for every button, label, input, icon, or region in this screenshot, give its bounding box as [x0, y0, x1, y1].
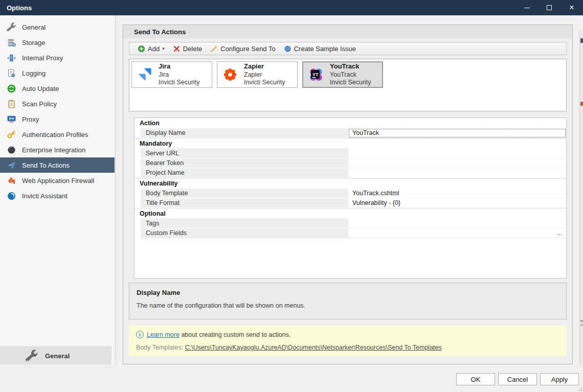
sidebar-item-scan-policy[interactable]: Scan Policy [0, 96, 115, 111]
property-value-bearer-token[interactable] [348, 158, 566, 168]
property-label[interactable]: Custom Fields [141, 228, 348, 238]
internal-proxy-icon [7, 53, 16, 63]
sidebar-item-label: General [22, 24, 46, 31]
sidebar-item-label: Authentication Profiles [22, 131, 88, 139]
sidebar-item-invicti-assistant[interactable]: Invicti Assistant [0, 188, 115, 203]
sidebar-item-storage[interactable]: Storage [0, 35, 115, 50]
key-icon [7, 130, 16, 140]
sidebar-item-label: Logging [22, 70, 46, 77]
add-label: Add [148, 45, 160, 53]
body-templates-path-link[interactable]: C:\Users\TuncayKayaoglu.AzureAD\Document… [185, 344, 442, 351]
sidebar: General Storage Internal Proxy Logging A… [0, 15, 116, 364]
body-templates-label: Body Templates: [136, 344, 183, 351]
ok-button[interactable]: OK [456, 373, 495, 385]
property-group-vulnerability: Vulnerability [134, 178, 566, 189]
jira-logo-icon [135, 65, 154, 84]
property-grid: Action Display Name YouTrack Mandatory S… [134, 118, 567, 279]
configure-send-to-button[interactable]: Configure Send To [206, 43, 279, 54]
delete-button[interactable]: Delete [169, 43, 207, 54]
send-to-actions-groupbox: Send To Actions Add ▾ Delete Configure S… [123, 25, 573, 364]
property-label[interactable]: Body Template [141, 189, 348, 198]
storage-icon [7, 38, 16, 48]
resize-grip[interactable] [577, 386, 582, 391]
property-label[interactable]: Bearer Token [141, 158, 348, 168]
close-icon: × [569, 4, 574, 12]
dialog-content: General Storage Internal Proxy Logging A… [0, 15, 579, 364]
sidebar-item-enterprise-integration[interactable]: Enterprise Integration [0, 142, 115, 157]
card-title: YouTrack [330, 62, 371, 71]
auto-update-icon [7, 84, 16, 94]
logging-icon [7, 68, 16, 78]
property-label[interactable]: Display Name [141, 128, 348, 138]
property-value-server-url[interactable] [348, 148, 566, 158]
property-label[interactable]: Title Format [141, 198, 348, 208]
card-vendor: Invicti Security [330, 79, 371, 87]
learn-more-link[interactable]: Learn more [147, 331, 180, 338]
sidebar-item-authentication-profiles[interactable]: Authentication Profiles [0, 127, 115, 142]
maximize-button[interactable] [538, 0, 560, 15]
card-vendor: Invicti Security [159, 79, 200, 87]
card-subtitle: Jira [159, 71, 200, 79]
property-group-action: Action [134, 118, 566, 128]
add-button[interactable]: Add ▾ [133, 43, 169, 54]
sidebar-item-proxy[interactable]: Proxy [0, 111, 115, 127]
action-card-youtrack[interactable]: YT YouTrack YouTrack Invicti Security [302, 61, 383, 88]
toolbar: Add ▾ Delete Configure Send To Create Sa… [129, 42, 567, 55]
action-card-zapier[interactable]: Zapier Zapier Invicti Security [217, 61, 298, 88]
sidebar-item-auto-update[interactable]: Auto Update [0, 81, 115, 96]
sidebar-item-general[interactable]: General [0, 19, 115, 35]
sidebar-item-label: Enterprise Integration [22, 146, 85, 154]
property-label[interactable]: Tags [141, 218, 348, 228]
sidebar-item-logging[interactable]: Logging [0, 65, 115, 81]
description-text: The name of the configuration that will … [137, 302, 559, 309]
sidebar-footer-label: General [45, 352, 70, 360]
custom-fields-ellipsis-button[interactable]: … [556, 229, 563, 237]
sidebar-footer-general: General [0, 347, 111, 364]
property-row-server-url[interactable]: Server URL [134, 148, 566, 158]
property-row-title-format[interactable]: Title Format Vulnerability - {0} [134, 198, 566, 208]
info-text-rest: about creating custom send to actions. [180, 331, 291, 338]
sidebar-item-send-to-actions[interactable]: Send To Actions [0, 157, 115, 173]
sidebar-item-label: Storage [22, 39, 46, 47]
wand-icon [210, 45, 218, 53]
property-row-body-template[interactable]: Body Template YouTrack.cshtml [134, 189, 566, 198]
minimize-button[interactable] [515, 0, 538, 15]
property-row-bearer-token[interactable]: Bearer Token [134, 158, 566, 168]
property-group-mandatory: Mandatory [134, 138, 566, 148]
add-icon [138, 45, 145, 53]
property-value-project-name[interactable] [348, 168, 566, 178]
property-value-display-name[interactable]: YouTrack [348, 128, 566, 138]
property-label[interactable]: Server URL [141, 148, 348, 158]
property-value-title-format[interactable]: Vulnerability - {0} [348, 198, 566, 208]
property-description-panel: Display Name The name of the configurati… [129, 283, 567, 319]
sidebar-item-internal-proxy[interactable]: Internal Proxy [0, 50, 115, 65]
apply-button[interactable]: Apply [540, 373, 579, 385]
scan-policy-icon [7, 99, 16, 109]
configure-send-to-label: Configure Send To [220, 45, 275, 53]
cancel-button[interactable]: Cancel [498, 373, 537, 385]
sidebar-item-web-application-firewall[interactable]: Web Application Firewall [0, 173, 115, 188]
wrench-icon [26, 350, 38, 362]
svg-text:YT: YT [312, 72, 319, 77]
sidebar-item-label: Invicti Assistant [22, 192, 68, 200]
card-vendor: Invicti Security [244, 79, 285, 87]
sidebar-item-label: Auto Update [22, 85, 59, 93]
property-row-tags[interactable]: Tags [134, 218, 566, 228]
property-row-display-name[interactable]: Display Name YouTrack [134, 128, 566, 138]
property-row-custom-fields[interactable]: Custom Fields … [134, 228, 566, 238]
close-button[interactable]: × [560, 0, 583, 15]
create-sample-issue-button[interactable]: Create Sample Issue [280, 43, 360, 54]
wrench-icon [7, 22, 16, 32]
property-value-body-template[interactable]: YouTrack.cshtml [348, 189, 566, 198]
main-area: Send To Actions Add ▾ Delete Configure S… [116, 15, 579, 364]
sample-issue-icon [284, 45, 292, 53]
property-value-custom-fields[interactable]: … [348, 228, 566, 238]
delete-icon [173, 45, 181, 53]
minimize-icon [524, 8, 530, 8]
property-label[interactable]: Project Name [141, 168, 348, 178]
property-value-tags[interactable] [348, 218, 566, 228]
action-card-jira[interactable]: Jira Jira Invicti Security [131, 61, 212, 88]
property-row-project-name[interactable]: Project Name [134, 168, 566, 178]
sidebar-item-label: Send To Actions [22, 162, 70, 169]
card-title: Jira [159, 62, 200, 71]
